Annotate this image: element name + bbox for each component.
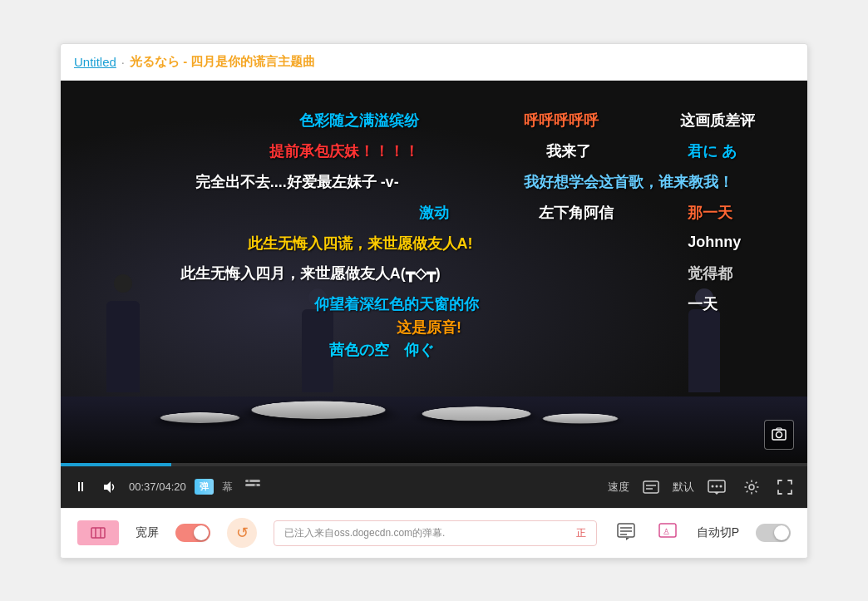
volume-button[interactable] (99, 476, 121, 498)
screenshot-button[interactable] (764, 420, 794, 450)
svg-rect-7 (254, 484, 257, 486)
svg-point-14 (720, 485, 723, 487)
total-time: 04:20 (159, 480, 186, 493)
default-label: 默认 (673, 480, 694, 495)
time-display: 00:37/04:20 (129, 480, 186, 493)
subtitle-button[interactable] (638, 477, 664, 497)
svg-point-12 (712, 485, 714, 487)
wide-toggle-track[interactable] (175, 524, 210, 542)
play-pause-button[interactable]: ⏸ (71, 476, 91, 498)
progress-bar-area[interactable] (61, 463, 807, 466)
notification-status: 正 (576, 526, 586, 540)
fullscreen-button[interactable] (772, 476, 797, 498)
gear-button[interactable] (739, 476, 764, 498)
danmaku-badge: 弹 (195, 479, 214, 495)
danmaku-toggle[interactable]: 幕 (222, 480, 233, 495)
header-dot: · (121, 55, 125, 69)
speed-button[interactable]: 速度 (608, 480, 629, 495)
danmaku-list-button[interactable] (614, 519, 639, 548)
wide-toggle-knob (194, 525, 209, 540)
control-bar: ⏸ 00:37/04:20 弹 幕 速度 (61, 466, 807, 508)
svg-marker-3 (104, 481, 111, 493)
danmaku-settings-btn[interactable] (241, 473, 264, 500)
bottom-toolbar: 宽屏 ↺ 已注入来自oss.dogecdn.com的弹幕. 正 ♙ (61, 508, 807, 558)
danmaku-style-button[interactable]: ♙ (655, 519, 680, 548)
video-area[interactable]: 色彩随之满溢缤纷呼呼呼呼呼这画质差评提前承包庆妹！！！！我来了君に あ完全出不去… (61, 81, 807, 463)
wide-screen-label: 宽屏 (136, 525, 159, 540)
auto-cut-label: 自动切P (697, 525, 739, 540)
guitarist-left (106, 301, 140, 392)
svg-rect-8 (644, 481, 658, 493)
player-header: Untitled · 光るなら - 四月是你的谎言主题曲 (61, 44, 807, 81)
svg-point-15 (749, 485, 754, 490)
wide-screen-button[interactable] (77, 520, 119, 545)
svg-rect-5 (245, 484, 260, 486)
right-performer (688, 288, 720, 392)
player-container: Untitled · 光るなら - 四月是你的谎言主题曲 (60, 43, 808, 559)
current-time: 00:37 (129, 480, 156, 493)
svg-point-1 (777, 431, 782, 437)
drum-kit (160, 388, 618, 430)
svg-text:♙: ♙ (663, 527, 670, 536)
svg-rect-4 (245, 480, 260, 482)
auto-cut-toggle[interactable] (756, 524, 791, 542)
svg-point-13 (716, 485, 718, 487)
svg-rect-16 (91, 528, 105, 538)
notification-bar: 已注入来自oss.dogecdn.com的弹幕. 正 (274, 520, 597, 546)
refresh-button[interactable]: ↺ (227, 518, 257, 548)
danmaku-menu-button[interactable] (703, 476, 731, 498)
wide-screen-toggle[interactable] (175, 524, 210, 542)
progress-bar-fill (61, 463, 171, 466)
video-title: 光るなら - 四月是你的谎言主题曲 (130, 54, 315, 70)
auto-cut-knob (774, 525, 789, 540)
center-performer (302, 288, 333, 392)
untitled-link[interactable]: Untitled (74, 55, 116, 69)
svg-rect-6 (248, 480, 250, 482)
notification-text: 已注入来自oss.dogecdn.com的弹幕. (284, 526, 445, 540)
